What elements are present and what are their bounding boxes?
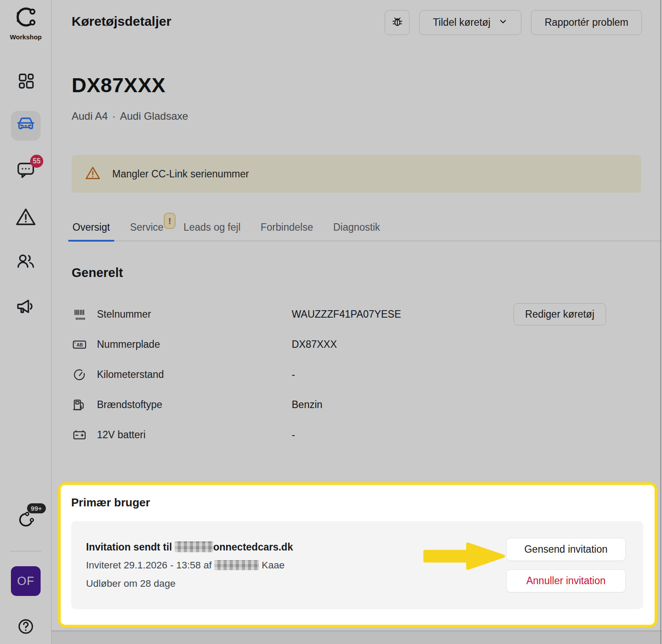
expires-line: Udløber om 28 dage xyxy=(86,575,293,593)
workshop-brand[interactable]: Workshop xyxy=(0,3,52,41)
sidebar-item-messages[interactable]: 55 xyxy=(0,159,52,182)
report-problem-button[interactable]: Rapportér problem xyxy=(531,10,642,35)
chevron-down-icon xyxy=(498,17,508,29)
subtitle-separator: · xyxy=(112,110,116,122)
invitation-sent-line: Invitation sendt til onnectedcars.dk xyxy=(86,538,293,556)
megaphone-icon xyxy=(15,296,36,317)
users-icon xyxy=(15,252,36,273)
svg-text:www: www xyxy=(75,315,86,320)
redacted-email xyxy=(175,541,213,552)
vehicle-plate-title: DX87XXX xyxy=(72,73,166,97)
connectedcars-logo-icon xyxy=(12,3,39,32)
sidebar-item-help[interactable] xyxy=(0,615,52,638)
vehicle-dealer: Audi Gladsaxe xyxy=(120,110,188,122)
battery-icon xyxy=(72,427,97,443)
tab-diagnostik[interactable]: Diagnostik xyxy=(332,220,381,241)
resend-invitation-button[interactable]: Gensend invitation xyxy=(506,538,626,561)
bug-icon xyxy=(390,14,404,31)
next-section-strip xyxy=(52,631,662,644)
sidebar-item-announcements[interactable] xyxy=(0,295,52,318)
row-kilometerstand: Kilometerstand - xyxy=(72,360,641,390)
odometer-icon xyxy=(72,367,97,383)
sidebar-item-dashboard[interactable] xyxy=(0,70,52,93)
license-plate-icon: AB xyxy=(72,337,97,353)
cancel-invitation-button[interactable]: Annuller invitation xyxy=(506,569,626,592)
updates-logo-icon: 99+ xyxy=(16,510,35,530)
cclink-warning-banner: Mangler CC-Link serienummer xyxy=(72,155,641,193)
tab-bar: Oversigt Service ! Leads og fejl Forbind… xyxy=(72,220,662,241)
invitation-actions: Gensend invitation Annuller invitation xyxy=(506,538,626,592)
redacted-name xyxy=(214,560,259,570)
brand-label: Workshop xyxy=(10,33,41,41)
assign-vehicle-label: Tildel køretøj xyxy=(433,17,490,28)
edit-vehicle-button[interactable]: Rediger køretøj xyxy=(514,303,606,325)
warning-triangle-icon xyxy=(85,165,101,183)
help-icon xyxy=(16,616,36,637)
chat-icon: 55 xyxy=(15,160,36,181)
report-problem-label: Rapportér problem xyxy=(545,17,628,28)
row-nummerplade: AB Nummerplade DX87XXX xyxy=(72,329,641,360)
sidebar: Workshop xyxy=(0,0,52,644)
invitation-info: Invitation sendt til onnectedcars.dk Inv… xyxy=(86,538,293,593)
user-avatar[interactable]: OF xyxy=(11,566,41,596)
invitation-panel: Invitation sendt til onnectedcars.dk Inv… xyxy=(71,521,643,609)
row-12v-batteri: 12V batteri - xyxy=(72,420,641,450)
messages-badge: 55 xyxy=(30,155,43,168)
sidebar-item-vehicles[interactable] xyxy=(11,111,41,141)
fuel-pump-icon xyxy=(72,397,97,413)
general-section-heading: Generelt xyxy=(72,266,123,280)
sidebar-item-customers[interactable] xyxy=(0,251,52,274)
primary-user-heading: Primær bruger xyxy=(71,496,643,509)
vehicle-details-page: Workshop xyxy=(0,0,662,644)
svg-text:AB: AB xyxy=(76,343,83,347)
sidebar-divider xyxy=(10,551,41,551)
sidebar-item-alerts[interactable] xyxy=(0,206,52,229)
dashboard-icon xyxy=(15,71,36,92)
sidebar-item-updates[interactable]: 99+ xyxy=(0,509,52,531)
row-braendstoftype: Brændstoftype Benzin xyxy=(72,390,641,420)
debug-button[interactable] xyxy=(385,10,410,35)
tab-leads-og-fejl[interactable]: Leads og fejl xyxy=(183,220,241,241)
vehicle-model: Audi A4 xyxy=(72,110,108,122)
primary-user-card: Primær bruger Invitation sendt til onnec… xyxy=(58,482,657,627)
vehicle-subtitle: Audi A4·Audi Gladsaxe xyxy=(72,110,188,122)
page-title: Køretøjsdetaljer xyxy=(72,14,171,29)
assign-vehicle-button[interactable]: Tildel køretøj xyxy=(419,10,521,35)
tab-oversigt[interactable]: Oversigt xyxy=(72,220,111,241)
warning-banner-text: Mangler CC-Link serienummer xyxy=(112,168,249,180)
highlight-arrow-icon xyxy=(423,541,507,573)
tab-forbindelse[interactable]: Forbindelse xyxy=(260,220,314,241)
car-icon xyxy=(16,115,36,137)
header-actions: Tildel køretøj Rapportér problem xyxy=(385,10,642,35)
tab-service[interactable]: Service ! xyxy=(129,220,165,241)
warning-triangle-icon xyxy=(15,206,37,228)
vin-barcode-icon: www xyxy=(72,307,97,322)
scrollbar-track[interactable] xyxy=(660,0,661,644)
service-alert-badge: ! xyxy=(164,213,176,229)
updates-badge: 99+ xyxy=(27,503,46,513)
invited-by-line: Inviteret 29.1.2026 - 13:58 af Kaae xyxy=(86,556,293,575)
